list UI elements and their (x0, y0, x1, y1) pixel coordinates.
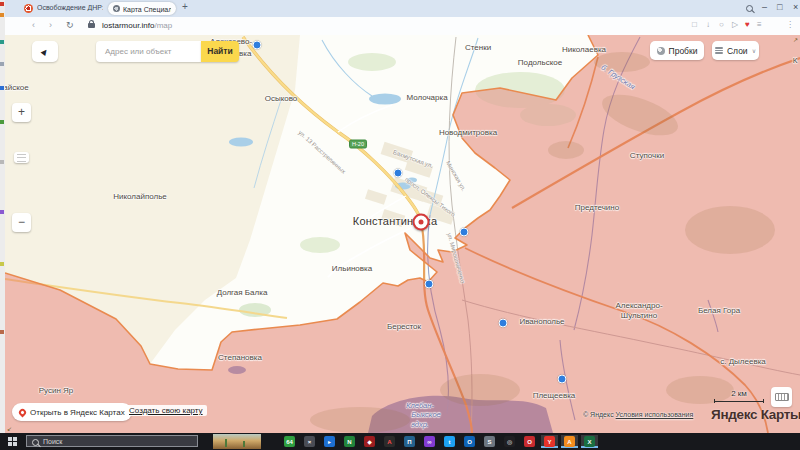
taskbar-app-notebook[interactable]: N (341, 435, 358, 448)
app-lens-icon: ◎ (504, 436, 515, 447)
taskbar-app-darkred[interactable]: ◆ (361, 435, 378, 448)
app-blue-icon: ▸ (324, 436, 335, 447)
scale-bar: 2 км (714, 389, 764, 403)
terms-link[interactable]: Условия использования (616, 411, 694, 418)
app-opera-icon: O (524, 436, 535, 447)
windows-taskbar: Поиск 64×▸N◆AП∞tOS◎OYAX ^ 2 РУС 16:02 23… (0, 433, 800, 450)
taskbar-app-bird[interactable]: t (441, 435, 458, 448)
window-maximize-button[interactable]: □ (777, 2, 782, 12)
forward-button[interactable]: › (49, 20, 52, 30)
expand-ne-icon: ↗ (793, 36, 798, 43)
taskbar-search-placeholder: Поиск (43, 438, 62, 445)
app-notebook-icon: N (344, 436, 355, 447)
taskbar-search-icon (32, 439, 39, 446)
scale-bar-line (714, 399, 764, 403)
extensions-icon[interactable]: ≡ (757, 20, 762, 29)
zoom-out-button[interactable]: − (12, 213, 31, 232)
taskbar-app-x[interactable]: × (301, 435, 318, 448)
app-visualstudio-icon: ∞ (424, 436, 435, 447)
taskbar-app-adobe[interactable]: A (381, 435, 398, 448)
poi-marker[interactable] (425, 280, 434, 289)
taskbar-app-64[interactable]: 64 (281, 435, 298, 448)
taskbar-app-yandex-browser[interactable]: Y (541, 435, 558, 448)
copyright-prefix: © Яндекс (583, 411, 614, 418)
taskbar-search-box[interactable]: Поиск (26, 435, 198, 447)
taskbar-app-visualstudio[interactable]: ∞ (421, 435, 438, 448)
cactus-icon (243, 441, 245, 447)
poi-marker[interactable] (460, 228, 469, 237)
url-domain: lostarmour.info (102, 21, 154, 30)
favorites-heart-icon[interactable]: ♥ (745, 20, 750, 29)
app-o-blue-icon: O (464, 436, 475, 447)
tab-svo-map[interactable]: Карта Специальной вое (108, 2, 176, 15)
news-widget-thumbnail[interactable] (213, 434, 261, 449)
geolocation-button[interactable]: ▲ (32, 41, 58, 62)
app-64-icon: 64 (284, 436, 295, 447)
browser-tab-bar: Освобождение ДНР: пр Карта Специальной в… (5, 0, 800, 18)
ruler-icon (775, 393, 789, 401)
poi-marker[interactable] (499, 319, 508, 328)
taskbar-app-s-gray[interactable]: S (481, 435, 498, 448)
url-path: /map (154, 21, 172, 30)
open-button-label: Открыть в Яндекс Картах (30, 408, 125, 417)
window-minimize-button[interactable]: – (762, 2, 767, 12)
desktop-screen: Освобождение ДНР: пр Карта Специальной в… (0, 0, 800, 450)
start-button[interactable] (8, 437, 17, 446)
scale-label: 2 км (731, 389, 747, 398)
tab2-label: Карта Специальной вое (123, 6, 171, 13)
nav-arrow-icon: ▲ (38, 44, 53, 59)
zoom-in-button[interactable]: + (12, 103, 31, 122)
tab1-favicon-icon (24, 4, 33, 13)
taskbar-app-lens[interactable]: ◎ (501, 435, 518, 448)
taskbar-app-opera[interactable]: O (521, 435, 538, 448)
refresh-button[interactable]: ↻ (66, 20, 74, 30)
address-bar[interactable]: lostarmour.info/map (102, 21, 172, 30)
map-search-input[interactable]: Адрес или объект (96, 41, 201, 62)
layers-button[interactable]: Слои ∨ (712, 41, 759, 60)
app-x-icon: × (304, 436, 315, 447)
screenshot-icon[interactable]: □ (692, 20, 697, 29)
play-sidebar-icon[interactable]: ▷ (732, 20, 738, 29)
chevron-down-icon: ∨ (752, 47, 756, 54)
city-marker[interactable] (413, 214, 430, 231)
create-own-map-link[interactable]: Создать свою карту (125, 405, 207, 416)
traffic-button[interactable]: Пробки (650, 41, 704, 60)
map-copyright: © Яндекс Условия использования (583, 411, 693, 418)
ruler-button[interactable] (771, 387, 792, 407)
taskbar-app-blue[interactable]: ▸ (321, 435, 338, 448)
poi-marker[interactable] (394, 169, 403, 178)
taskbar-app-excel[interactable]: X (581, 435, 598, 448)
open-in-yandex-maps-button[interactable]: Открыть в Яндекс Картах (12, 403, 132, 421)
tab-lostarmour-home[interactable]: Освобождение ДНР: пр (37, 4, 103, 11)
window-close-button[interactable]: × (793, 2, 798, 12)
ssl-lock-icon[interactable] (88, 23, 95, 28)
taskbar-app-o-blue[interactable]: O (461, 435, 478, 448)
map-viewport[interactable]: Алексеево-овкаСтенкиНиколаевкаПодольское… (5, 35, 800, 433)
yandex-maps-logo[interactable]: Яндекс Карты (711, 407, 800, 422)
find-button[interactable]: Найти (201, 41, 239, 62)
taskbar-app-p[interactable]: П (401, 435, 418, 448)
traffic-icon (657, 47, 665, 55)
back-button[interactable]: ‹ (32, 20, 35, 30)
taskbar-app-amigo[interactable]: A (561, 435, 578, 448)
map-pin-icon (18, 407, 28, 417)
expand-sw-icon: ↙ (7, 425, 12, 432)
download-icon[interactable]: ↓ (706, 20, 710, 29)
tab-search-icon[interactable] (746, 5, 753, 12)
app-adobe-icon: A (384, 436, 395, 447)
layers-label: Слои (727, 46, 748, 56)
poi-marker[interactable] (558, 375, 567, 384)
new-tab-button[interactable]: + (182, 1, 188, 12)
map-canvas[interactable] (5, 35, 800, 433)
layers-icon (715, 46, 723, 55)
app-bird-icon: t (444, 436, 455, 447)
zoom-slider-handle[interactable] (14, 152, 29, 163)
cactus-icon (225, 439, 227, 447)
app-amigo-icon: A (564, 436, 575, 447)
app-darkred-icon: ◆ (364, 436, 375, 447)
app-p-icon: П (404, 436, 415, 447)
poi-marker[interactable] (253, 41, 262, 50)
tab2-favicon-icon (113, 5, 120, 12)
menu-dots-icon[interactable]: ⋮ (786, 20, 794, 29)
history-icon[interactable]: ○ (719, 20, 724, 29)
